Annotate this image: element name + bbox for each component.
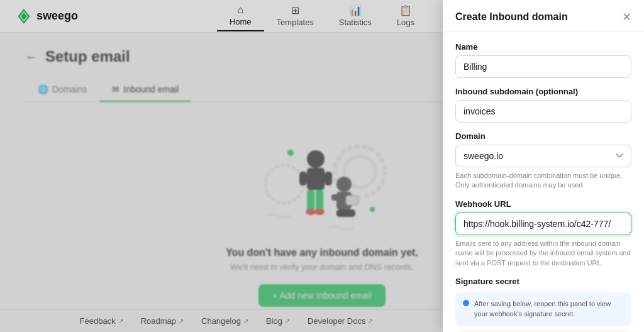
- panel-title: Create Inbound domain: [455, 11, 568, 23]
- name-label: Name: [455, 42, 631, 52]
- name-field-group: Name: [455, 42, 631, 78]
- panel-body: Name Inbound subdomain (optionnal) Domai…: [443, 32, 644, 332]
- domain-select[interactable]: sweego.io: [455, 145, 631, 167]
- signature-secret-group: Signature secret After saving below, reo…: [455, 277, 631, 332]
- create-inbound-panel: Create Inbound domain ✕ Name Inbound sub…: [443, 0, 644, 332]
- domain-field-group: Domain sweego.io Each subdomain-domain c…: [455, 131, 631, 191]
- subdomain-field-group: Inbound subdomain (optionnal): [455, 87, 631, 123]
- panel-close-button[interactable]: ✕: [622, 11, 631, 23]
- subdomain-label: Inbound subdomain (optionnal): [455, 87, 631, 96]
- webhook-label: Webhook URL: [455, 199, 631, 209]
- signature-blue-text: After saving below, reopen this panel to…: [474, 299, 624, 319]
- signature-info-blue: After saving below, reopen this panel to…: [455, 292, 631, 326]
- blue-dot-icon: [463, 300, 469, 306]
- subdomain-input[interactable]: [455, 100, 631, 123]
- webhook-input[interactable]: [455, 213, 631, 235]
- signature-label: Signature secret: [455, 277, 631, 286]
- webhook-hint: Emails sent to any address within the in…: [455, 239, 631, 268]
- panel-header: Create Inbound domain ✕: [443, 0, 644, 32]
- mx-record-info: Setup a MX record a priority of 10, and …: [455, 329, 631, 332]
- name-input[interactable]: [455, 55, 631, 78]
- domain-label: Domain: [455, 131, 631, 141]
- domain-hint: Each subdomain-domain combination must b…: [455, 171, 631, 191]
- webhook-field-group: Webhook URL Emails sent to any address w…: [455, 199, 631, 268]
